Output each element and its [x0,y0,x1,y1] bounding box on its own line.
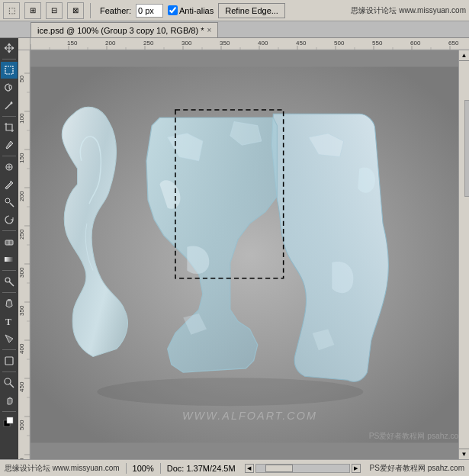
bottom-right-watermark: PS爱好者教程网 psahz.com [370,463,464,474]
canvas-area[interactable]: 150 200 250 300 350 400 450 500 [18,38,469,459]
tool-sep-5 [2,270,16,271]
feather-input[interactable] [136,4,163,18]
tab-bar: ice.psd @ 100% (Group 3 copy 10, RGB/8) … [0,21,469,38]
svg-text:300: 300 [181,40,192,47]
ruler-left: 50 100 150 200 250 300 350 400 4 [18,50,31,459]
svg-text:450: 450 [18,381,25,392]
svg-text:450: 450 [296,40,307,47]
svg-text:350: 350 [220,40,230,47]
tool-sep-3 [2,156,16,156]
bottom-logo: 思缘设计论坛 www.missyuan.com [5,463,120,474]
document-tab[interactable]: ice.psd @ 100% (Group 3 copy 10, RGB/8) … [31,22,218,37]
status-sep-1 [126,463,127,474]
scroll-up-button[interactable]: ▲ [459,50,470,61]
tool-type[interactable]: T [1,313,18,330]
svg-text:350: 350 [18,305,25,316]
marquee-options-icon[interactable]: ⬚ [3,2,20,19]
tool-rectangular-marquee[interactable] [1,62,18,79]
svg-text:T: T [5,317,11,326]
svg-rect-15 [5,357,13,365]
tool-crop[interactable] [1,119,18,136]
status-sep-2 [160,463,161,474]
scroll-left-button[interactable]: ◀ [245,464,254,473]
tool-pen[interactable] [1,295,18,312]
doc-tab-title: ice.psd @ 100% (Group 3 copy 10, RGB/8) … [37,26,204,35]
tool-eraser[interactable] [1,233,18,250]
add-to-selection-icon[interactable]: ⊞ [24,2,41,19]
scroll-track-horizontal [255,464,350,473]
svg-line-1 [5,103,11,109]
svg-text:550: 550 [18,458,25,459]
svg-text:550: 550 [372,40,383,47]
tool-clone-stamp[interactable] [1,194,18,211]
svg-text:600: 600 [410,40,421,47]
tool-shape[interactable] [1,352,18,369]
svg-rect-19 [7,417,13,423]
tool-sep-7 [2,349,16,350]
anti-alias-container: Anti-alias [168,5,214,15]
scrollbar-h-container: ◀ ▶ [245,464,361,473]
intersect-selection-icon[interactable]: ⊠ [67,2,84,19]
svg-point-89 [97,378,363,406]
tool-move[interactable] [1,40,18,56]
right-scrollbar[interactable]: ▲ ▼ [458,50,469,459]
tool-brush[interactable] [1,176,18,193]
svg-text:400: 400 [258,40,268,47]
status-zoom-area: 100% [133,464,154,473]
status-bar: 思缘设计论坛 www.missyuan.com 100% Doc: 1.37M/… [0,459,469,476]
tool-magic-wand[interactable] [1,97,18,114]
svg-text:WWW.ALFOART.COM: WWW.ALFOART.COM [182,410,317,422]
tool-sep-6 [2,292,16,293]
subtract-from-selection-icon[interactable]: ⊟ [46,2,63,19]
tool-lasso[interactable] [1,79,18,96]
main-area: T [0,38,469,459]
tool-healing-brush[interactable] [1,159,18,175]
scroll-down-button[interactable]: ▼ [459,449,470,459]
doc-tab-close-button[interactable]: × [207,26,211,34]
svg-line-13 [9,281,14,286]
svg-text:200: 200 [105,40,116,47]
svg-text:400: 400 [18,343,25,354]
svg-rect-0 [5,66,13,74]
tool-dodge[interactable] [1,273,18,290]
svg-text:200: 200 [18,191,25,201]
scroll-thumb-horizontal[interactable] [265,465,294,472]
top-logo: 思缘设计论坛 www.missyuan.com [351,5,466,16]
ruler-top: 150 200 250 300 350 400 450 500 [31,38,469,50]
tool-sep-4 [2,230,16,231]
anti-alias-label: Anti-alias [179,6,214,15]
tool-path-selection[interactable] [1,330,18,347]
tool-eyedropper[interactable] [1,137,18,153]
zoom-level: 100% [133,464,154,473]
canvas-content[interactable]: WWW.ALFOART.COM PS爱好者教程网 psahz.com [31,50,469,459]
scroll-right-button[interactable]: ▶ [352,464,361,473]
tool-sep-8 [2,371,16,372]
svg-text:250: 250 [143,40,154,47]
tool-history-brush[interactable] [1,211,18,228]
tool-sep-9 [2,411,16,412]
svg-text:650: 650 [448,40,459,47]
foreground-background-colors[interactable] [1,414,18,431]
svg-text:500: 500 [334,40,345,47]
svg-text:300: 300 [18,267,25,278]
top-toolbar: ⬚ ⊞ ⊟ ⊠ Feather: Anti-alias Refine Edge.… [0,0,469,21]
svg-point-8 [5,198,10,203]
tool-gradient[interactable] [1,251,18,268]
toolbar-separator-1 [90,3,91,18]
anti-alias-checkbox[interactable] [168,5,178,15]
tool-hand[interactable] [1,392,18,409]
svg-point-3 [11,102,13,105]
doc-size: Doc: 1.37M/24.5M [167,464,236,473]
tool-sep-1 [2,59,16,60]
svg-text:PS爱好者教程网 psahz.com: PS爱好者教程网 psahz.com [369,432,465,440]
svg-point-16 [5,378,11,384]
tool-sep-2 [2,116,16,117]
svg-text:500: 500 [18,420,25,430]
svg-line-17 [10,384,14,388]
canvas-image: WWW.ALFOART.COM PS爱好者教程网 psahz.com [31,50,469,459]
refine-edge-button[interactable]: Refine Edge... [218,3,285,18]
scroll-thumb-vertical[interactable] [464,100,470,197]
tool-zoom[interactable] [1,375,18,391]
svg-text:150: 150 [18,153,25,163]
svg-text:100: 100 [18,113,25,124]
